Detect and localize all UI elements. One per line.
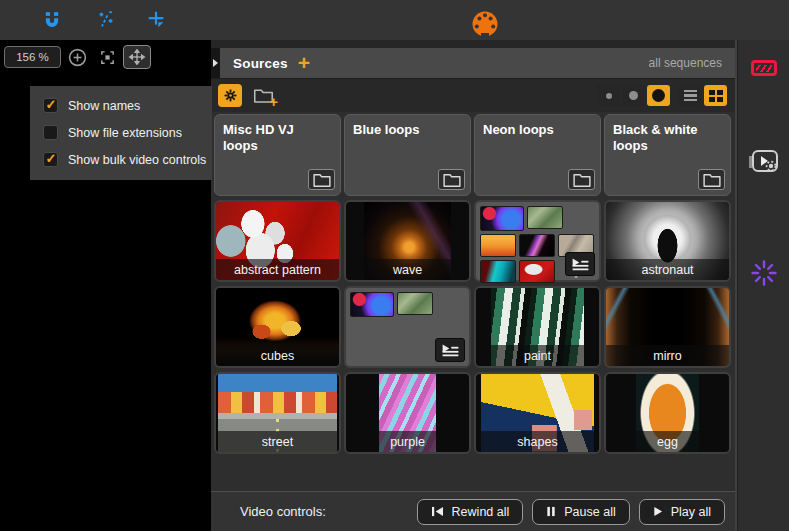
clip-group-cell[interactable]: [344, 286, 471, 368]
mini-thumbnail[interactable]: [480, 234, 516, 257]
menu-item-label: Show names: [68, 99, 140, 113]
settings-gear-button[interactable]: [218, 84, 242, 107]
clip-label: shapes: [476, 431, 599, 452]
play-icon: [653, 506, 663, 517]
checkbox-checked[interactable]: [43, 98, 58, 113]
folder-icon: [312, 172, 332, 187]
collapse-panel-button[interactable]: [211, 48, 220, 78]
thumb-size-small[interactable]: [597, 85, 620, 106]
clip-cell[interactable]: astronaut: [604, 200, 731, 282]
mini-thumbnail[interactable]: [519, 234, 555, 257]
enqueue-button[interactable]: [565, 252, 595, 276]
folder-card[interactable]: Neon loops: [474, 114, 601, 196]
right-sidebar: [737, 40, 789, 531]
mini-thumbnail[interactable]: [519, 260, 555, 283]
clip-label: wave: [346, 259, 469, 280]
folder-card[interactable]: Blue loops: [344, 114, 471, 196]
zoom-level-field[interactable]: 156 %: [4, 46, 61, 68]
magnet-icon[interactable]: [40, 9, 64, 31]
clip-label: astronaut: [606, 259, 729, 280]
clip-cell[interactable]: egg: [604, 372, 731, 454]
laser-hatch-icon[interactable]: [751, 60, 777, 76]
folder-icon: [702, 172, 722, 187]
grid-view-button[interactable]: [704, 85, 727, 106]
clip-label: mirro: [606, 345, 729, 366]
crosshair-icon[interactable]: [144, 9, 168, 31]
zoom-in-button[interactable]: [67, 47, 88, 68]
clip-label: paint: [476, 345, 599, 366]
sources-header: Sources + all sequences: [211, 48, 735, 78]
top-toolbar: [0, 0, 789, 40]
clip-label: purple: [346, 431, 469, 452]
menu-item-label: Show file extensions: [68, 126, 182, 140]
mini-thumbnail[interactable]: [397, 292, 433, 315]
clip-cell[interactable]: mirro: [604, 286, 731, 368]
clip-cell[interactable]: cubes: [214, 286, 341, 368]
play-all-button[interactable]: Play all: [639, 499, 725, 525]
video-controls-label: Video controls:: [240, 504, 326, 519]
thumb-size-large[interactable]: [647, 85, 670, 106]
clip-cell[interactable]: purple: [344, 372, 471, 454]
menu-item-label: Show bulk video controls: [68, 153, 206, 167]
folder-label: Blue loops: [353, 122, 462, 138]
checkbox-checked[interactable]: [43, 152, 58, 167]
list-icon: [684, 90, 697, 102]
menu-item-show-names[interactable]: Show names: [30, 92, 212, 119]
clip-label: egg: [606, 431, 729, 452]
clip-group-cell[interactable]: +: [474, 200, 601, 282]
pan-tool-button[interactable]: [123, 45, 151, 69]
folder-icon: [572, 172, 592, 187]
enqueue-button[interactable]: [435, 338, 465, 362]
clip-label: street: [216, 431, 339, 452]
rewind-all-button[interactable]: Rewind all: [417, 499, 524, 525]
thumb-size-medium[interactable]: [622, 85, 645, 106]
midi-connector-icon[interactable]: [470, 9, 500, 39]
zoom-level-value: 156 %: [16, 51, 49, 63]
canvas-panel: 156 % Show namesShow f: [0, 40, 211, 531]
sources-toolbar: +: [211, 78, 735, 112]
folder-card[interactable]: Misc HD VJ loops: [214, 114, 341, 196]
spark-icon[interactable]: [751, 260, 777, 286]
menu-item-show-bulk-video-controls[interactable]: Show bulk video controls: [30, 146, 212, 173]
checkbox-unchecked[interactable]: [43, 125, 58, 140]
view-mode-group: [679, 85, 727, 106]
pause-all-button[interactable]: Pause all: [532, 499, 629, 525]
list-view-button[interactable]: [679, 85, 702, 106]
clip-cell[interactable]: paint: [474, 286, 601, 368]
folder-label: Black & white loops: [613, 122, 722, 155]
clip-cell[interactable]: wave: [344, 200, 471, 282]
playlist-icon: [571, 257, 590, 272]
grid-icon: [709, 90, 723, 102]
folder-icon: [442, 172, 462, 187]
rewind-icon: [431, 506, 444, 517]
folder-card[interactable]: Black & white loops: [604, 114, 731, 196]
thumb-size-group: [597, 85, 670, 106]
mini-thumbnail[interactable]: [350, 292, 394, 317]
all-sequences-label[interactable]: all sequences: [649, 56, 722, 70]
new-folder-button[interactable]: +: [253, 87, 274, 104]
clip-cell[interactable]: abstract pattern: [214, 200, 341, 282]
sources-grid-area: Misc HD VJ loopsBlue loopsNeon loopsBlac…: [211, 112, 735, 491]
clip-cell[interactable]: street: [214, 372, 341, 454]
mini-thumbnail[interactable]: [527, 206, 563, 229]
playlist-icon: [441, 343, 460, 358]
fit-view-button[interactable]: [98, 49, 117, 66]
folder-label: Neon loops: [483, 122, 592, 138]
sources-panel: Sources + all sequences: [211, 40, 737, 531]
folder-label: Misc HD VJ loops: [223, 122, 332, 155]
pause-icon: [546, 506, 556, 517]
menu-item-show-file-extensions[interactable]: Show file extensions: [30, 119, 212, 146]
clip-label: abstract pattern: [216, 259, 339, 280]
chevron-right-icon: [213, 59, 218, 67]
gear-icon: [223, 88, 238, 103]
clip-cell[interactable]: shapes: [474, 372, 601, 454]
mini-thumbnail[interactable]: [480, 260, 516, 283]
view-settings-menu: Show namesShow file extensionsShow bulk …: [30, 86, 212, 180]
clip-label: cubes: [216, 345, 339, 366]
video-controls-bar: Video controls: Rewind all Pause all: [211, 491, 735, 531]
add-source-button[interactable]: +: [298, 53, 310, 73]
video-output-settings-icon[interactable]: [747, 148, 781, 176]
sources-title: Sources: [233, 56, 288, 71]
mini-thumbnail[interactable]: [480, 206, 524, 231]
magic-wand-icon[interactable]: [94, 9, 118, 31]
